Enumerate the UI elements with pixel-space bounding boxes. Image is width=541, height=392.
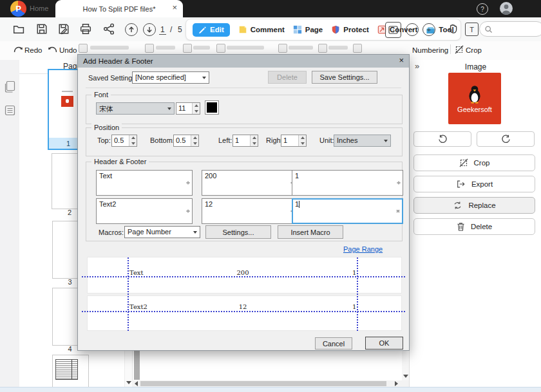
- share-icon[interactable]: [103, 23, 115, 35]
- partial-button-icon[interactable]: [318, 44, 327, 53]
- outline-panel-icon[interactable]: [5, 105, 15, 116]
- tab-protect[interactable]: Protect: [331, 25, 369, 34]
- save-as-icon[interactable]: [58, 23, 70, 35]
- page-numbering-button[interactable]: Numbering: [412, 46, 448, 54]
- save-icon[interactable]: [36, 23, 48, 35]
- spinner-arrows[interactable]: [192, 103, 200, 114]
- print-icon[interactable]: [80, 23, 91, 35]
- chevron-down-icon: [191, 227, 200, 238]
- spinner-arrows[interactable]: [250, 135, 258, 146]
- top-label: Top:: [97, 136, 111, 144]
- cancel-button[interactable]: Cancel: [315, 337, 352, 350]
- footer-center-textarea[interactable]: 12: [202, 198, 297, 224]
- open-file-icon[interactable]: [13, 23, 24, 35]
- scroll-left-icon[interactable]: [135, 381, 138, 386]
- font-group-label: Font: [91, 91, 111, 98]
- font-size-spinner[interactable]: 11: [176, 102, 200, 115]
- macros-select[interactable]: Page Number: [124, 226, 200, 238]
- ok-button[interactable]: OK: [365, 337, 403, 350]
- top-spinner[interactable]: 0.5: [111, 135, 137, 147]
- partial-button-label[interactable]: [227, 46, 264, 50]
- page-thumbnail-5[interactable]: [52, 355, 89, 388]
- replace-button[interactable]: Replace: [413, 197, 535, 214]
- footer-left-textarea[interactable]: Text2: [96, 198, 193, 224]
- header-center-textarea[interactable]: 200: [202, 170, 297, 196]
- page-range-link[interactable]: Page Range: [343, 245, 383, 253]
- font-family-select[interactable]: 宋体: [96, 102, 175, 115]
- export-icon: [456, 180, 466, 189]
- rotate-left-icon: [438, 135, 448, 144]
- right-spinner[interactable]: 1: [281, 135, 307, 147]
- select-text-icon[interactable]: T: [465, 23, 479, 36]
- unit-select[interactable]: Inches: [334, 135, 391, 147]
- scroll-right-icon[interactable]: [395, 381, 398, 386]
- undo-button[interactable]: Undo: [59, 46, 77, 54]
- partial-button-label[interactable]: [193, 46, 210, 50]
- current-page-input[interactable]: 1: [159, 25, 166, 34]
- insert-macro-button[interactable]: Insert Macro: [278, 225, 343, 239]
- dialog-titlebar[interactable]: Add Header & Footer ×: [78, 55, 409, 68]
- zoom-out-icon[interactable]: −: [406, 23, 419, 36]
- saved-settings-select[interactable]: [None specified]: [132, 71, 209, 84]
- rotate-right-icon: [501, 135, 511, 144]
- tab-page[interactable]: Page: [293, 25, 323, 34]
- scroll-down-icon[interactable]: [403, 375, 408, 378]
- vertical-scrollbar[interactable]: [402, 350, 409, 380]
- hand-tool-icon[interactable]: [447, 23, 459, 34]
- tab-comment[interactable]: Comment: [238, 25, 285, 34]
- export-button[interactable]: Export: [413, 176, 535, 192]
- crop-icon[interactable]: [455, 45, 464, 54]
- partial-button-label[interactable]: [90, 46, 129, 50]
- spinner-arrows[interactable]: [191, 135, 198, 146]
- redo-icon[interactable]: [13, 45, 23, 55]
- bottom-spinner[interactable]: 0.5: [173, 135, 199, 147]
- app-logo-icon[interactable]: P: [10, 1, 26, 17]
- horizontal-scrollbar-thumb[interactable]: [140, 381, 386, 386]
- left-spinner[interactable]: 1: [233, 135, 258, 147]
- close-icon[interactable]: ×: [172, 3, 177, 12]
- document-tab[interactable]: How To Split PDF files* ×: [55, 0, 183, 17]
- save-settings-button[interactable]: Save Settings...: [312, 71, 377, 84]
- help-icon[interactable]: ?: [477, 3, 488, 15]
- scroll-down-icon[interactable]: [126, 381, 131, 384]
- tab-edit[interactable]: Edit: [193, 23, 230, 37]
- partial-button-label[interactable]: [156, 46, 175, 50]
- page-up-icon[interactable]: [125, 23, 138, 36]
- delete-settings-button[interactable]: Delete: [268, 71, 307, 84]
- avatar[interactable]: [500, 2, 513, 15]
- redo-button[interactable]: Redo: [24, 46, 43, 54]
- rotate-left-button[interactable]: [413, 131, 471, 147]
- partial-button-icon[interactable]: [353, 44, 362, 53]
- thumb-logo-image: [61, 96, 73, 107]
- header-left-textarea[interactable]: Text: [96, 170, 193, 196]
- delete-button[interactable]: Delete: [413, 218, 535, 235]
- document-scrollbar-thumb[interactable]: [134, 350, 140, 380]
- fit-width-icon[interactable]: [385, 22, 401, 38]
- crop-button[interactable]: Crop: [413, 154, 535, 171]
- partial-button-icon[interactable]: [145, 44, 154, 53]
- zoom-in-icon[interactable]: +: [422, 23, 435, 36]
- crop-toolbar-button[interactable]: Crop: [466, 46, 482, 54]
- rotate-right-button[interactable]: [477, 131, 535, 147]
- header-right-textarea[interactable]: 1: [292, 170, 403, 196]
- partial-button-label[interactable]: [289, 46, 313, 50]
- total-pages: 5: [178, 25, 182, 34]
- position-group-label: Position: [91, 124, 122, 131]
- spinner-arrows[interactable]: [298, 135, 306, 146]
- partial-button-label[interactable]: [328, 46, 348, 50]
- font-color-swatch[interactable]: [205, 100, 219, 115]
- partial-button-icon[interactable]: [183, 44, 192, 53]
- close-icon[interactable]: ×: [399, 56, 404, 64]
- preview-left-margin-line: [128, 257, 129, 331]
- partial-button-icon[interactable]: [79, 44, 88, 53]
- partial-button-icon[interactable]: [216, 44, 225, 53]
- partial-button-icon[interactable]: [278, 44, 287, 53]
- spinner-arrows[interactable]: [129, 135, 137, 146]
- search-input[interactable]: [479, 21, 541, 37]
- undo-icon[interactable]: [48, 45, 58, 55]
- macro-settings-button[interactable]: Settings...: [205, 225, 271, 239]
- pages-panel-icon[interactable]: [5, 80, 15, 93]
- page-down-icon[interactable]: [143, 23, 156, 36]
- home-tab[interactable]: Home: [30, 5, 48, 12]
- footer-right-textarea[interactable]: 1: [292, 198, 403, 224]
